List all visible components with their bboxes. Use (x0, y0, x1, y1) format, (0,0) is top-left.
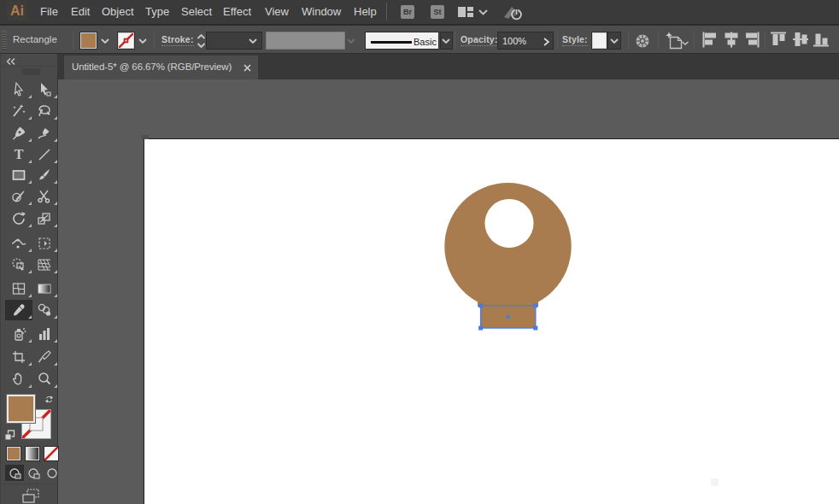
svg-text:T: T (15, 147, 24, 161)
